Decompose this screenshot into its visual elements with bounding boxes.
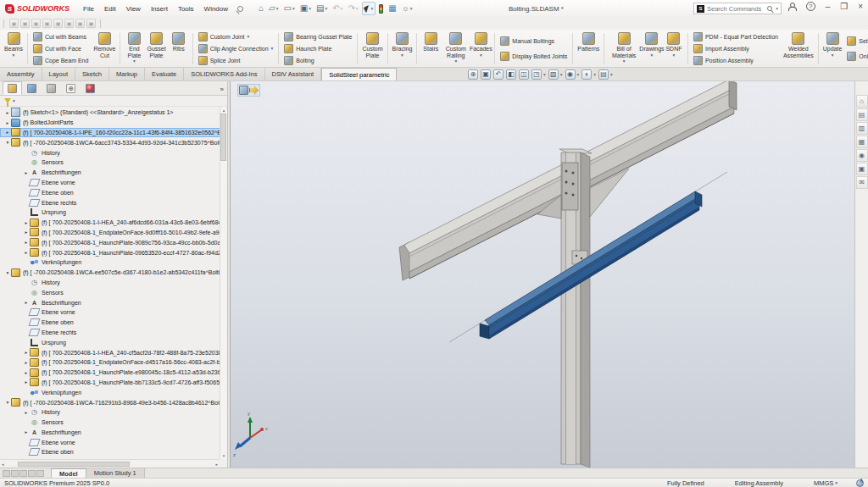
welded-assemblies-button[interactable]: Welded Assemblies bbox=[782, 30, 815, 67]
tree-item[interactable]: ▸(f) [ 700-20250408-1_HaunchPlate-bb7133… bbox=[0, 378, 227, 388]
pin-menu-icon[interactable] bbox=[236, 5, 243, 13]
menu-tools[interactable]: Tools bbox=[173, 3, 199, 14]
search-scope-icon[interactable]: S bbox=[697, 5, 704, 13]
zoom-to-fit-button[interactable]: ⊕ bbox=[468, 69, 478, 80]
tree-item[interactable]: ◎Sensors bbox=[0, 287, 227, 297]
expand-arrow-icon[interactable]: ▾ bbox=[4, 400, 11, 405]
tree-item[interactable]: ▸ABeschriftungen bbox=[0, 168, 227, 178]
search-commands-box[interactable]: S ▾ bbox=[693, 3, 782, 14]
expand-arrow-icon[interactable]: ▸ bbox=[4, 110, 11, 115]
panel-tab-configurationmanager[interactable] bbox=[42, 81, 61, 95]
tree-item[interactable]: Ebene vorne bbox=[0, 437, 227, 447]
viewport-background[interactable] bbox=[231, 81, 854, 468]
home-button[interactable]: ⌂ bbox=[257, 2, 265, 15]
expand-arrow-icon[interactable]: ▸ bbox=[4, 130, 11, 135]
search-icon[interactable] bbox=[767, 6, 772, 11]
view-orientation-button[interactable]: ◳▾ bbox=[531, 69, 546, 80]
tab-solidworks-add-ins[interactable]: SOLIDWORKS Add-Ins bbox=[184, 68, 264, 80]
design-library-icon[interactable]: ▤ bbox=[856, 108, 868, 121]
tree-item[interactable]: ▾(f) [ -700-20250408-1WCA-716291b3-8968-… bbox=[0, 397, 227, 407]
small-toolbar-tool-2-icon[interactable]: ▣ bbox=[20, 19, 30, 28]
tree-item[interactable]: ▸(f) [ 700-20250408-1-I-IPE_160-f20cc22a… bbox=[0, 128, 227, 138]
remove-cut-button[interactable]: Remove Cut bbox=[92, 30, 117, 67]
patterns-button[interactable]: Patterns bbox=[576, 30, 601, 67]
display-bolted-joints-button[interactable]: Display Bolted Joints bbox=[498, 51, 570, 62]
minimize-button[interactable]: – bbox=[826, 3, 831, 11]
small-toolbar-tool-8-icon[interactable]: ▣ bbox=[86, 19, 96, 28]
tree-item[interactable]: ▸(f) [ 700-20250408-1_EndplateOnFace-d45… bbox=[0, 357, 227, 368]
position-assembly-button[interactable]: Position Assembly bbox=[691, 55, 781, 66]
tab-layout[interactable]: Layout bbox=[42, 68, 76, 80]
cut-with-face-button[interactable]: Cut with Face bbox=[31, 43, 91, 54]
tab-evaluate[interactable]: Evaluate bbox=[145, 68, 184, 80]
apply-scene-button[interactable]: ◐▾ bbox=[581, 69, 596, 80]
tree-item[interactable]: Ebene rechts bbox=[0, 197, 227, 208]
settings-button[interactable]: Settings bbox=[844, 36, 868, 47]
expand-arrow-icon[interactable]: ▸ bbox=[23, 220, 30, 225]
view-settings-button[interactable]: ▤▾ bbox=[598, 69, 613, 80]
tab-markup[interactable]: Markup bbox=[109, 68, 145, 80]
stairs-button[interactable]: Stairs bbox=[420, 30, 442, 67]
panel-expand-icon[interactable]: » bbox=[220, 86, 227, 95]
tree-item[interactable]: ▸◷History bbox=[0, 407, 227, 418]
expand-arrow-icon[interactable]: ▸ bbox=[23, 370, 30, 375]
print-button[interactable]: ▤▾ bbox=[314, 2, 329, 15]
panel-tab-featuremanager-design-tree[interactable] bbox=[3, 81, 22, 95]
tree-item[interactable]: Ebene vorne bbox=[0, 307, 227, 318]
tree-hscroll-thumb[interactable] bbox=[18, 462, 130, 467]
ribbon-collapse-icon[interactable]: ∧ bbox=[859, 477, 864, 484]
units-caret-icon[interactable]: ▾ bbox=[835, 480, 837, 485]
tree-item[interactable]: ▸ABeschriftungen bbox=[0, 297, 227, 307]
tree-item[interactable]: ▸(f) Sketch<1> (Standard) <<Standard>_An… bbox=[0, 108, 227, 118]
splice-joint-button[interactable]: Splice Joint bbox=[196, 55, 276, 66]
menu-view[interactable]: View bbox=[121, 3, 146, 14]
new-document-button[interactable]: ▱▾ bbox=[267, 2, 280, 15]
clip-angle-connection-button[interactable]: Clip Angle Connection▾ bbox=[196, 43, 276, 54]
tree-item[interactable]: Ebene oben bbox=[0, 447, 227, 457]
options-button[interactable]: ☼▾ bbox=[400, 2, 415, 15]
file-properties-button[interactable]: ▦ bbox=[387, 2, 398, 15]
zoom-to-area-button[interactable]: ▣ bbox=[481, 69, 491, 80]
dynamic-annotation-views-button[interactable]: ◫ bbox=[519, 69, 529, 80]
expand-arrow-icon[interactable]: ▸ bbox=[23, 360, 30, 365]
haunch-plate-button[interactable]: Haunch Plate bbox=[281, 43, 354, 54]
small-toolbar-tool-5-icon[interactable]: ▣ bbox=[53, 19, 63, 28]
select-button[interactable]: ◤▾ bbox=[362, 2, 376, 15]
small-toolbar-tool-4-icon[interactable]: ▣ bbox=[42, 19, 52, 28]
expand-arrow-icon[interactable]: ▸ bbox=[23, 230, 30, 235]
manual-boltings-button[interactable]: Manual Boltings bbox=[498, 36, 570, 47]
hide-show-items-button[interactable]: ◉▾ bbox=[565, 69, 580, 80]
small-toolbar-tool-7-icon[interactable]: ▣ bbox=[75, 19, 85, 28]
tree-item[interactable]: Ursprung bbox=[0, 208, 227, 218]
pdm-equal-part-detection-button[interactable]: PDM - Equal Part Detection bbox=[691, 31, 781, 42]
sheet-nav-button[interactable] bbox=[28, 470, 36, 477]
menu-file[interactable]: File bbox=[78, 3, 99, 14]
expand-arrow-icon[interactable]: ▸ bbox=[23, 410, 30, 415]
tree-item[interactable]: ▸(f) [ 700-20250408-1-I-HEA_240-cf5acf2d… bbox=[0, 347, 227, 357]
tree-item[interactable]: ◎Sensors bbox=[0, 418, 227, 428]
bottom-tab-model[interactable]: Model bbox=[51, 468, 86, 478]
custom-properties-icon[interactable]: ▣ bbox=[856, 163, 868, 175]
import-assembly-button[interactable]: Import Assembly bbox=[691, 43, 781, 54]
small-toolbar-tool-6-icon[interactable]: ▣ bbox=[64, 19, 74, 28]
online-help-button[interactable]: Online Help bbox=[844, 51, 868, 62]
rebuild-button[interactable] bbox=[377, 2, 385, 15]
tree-horizontal-scrollbar[interactable]: ◂▸ bbox=[0, 459, 220, 468]
cope-beam-end-button[interactable]: Cope Beam End bbox=[31, 55, 91, 66]
display-style-button[interactable]: ▧▾ bbox=[548, 69, 563, 80]
end-plate-button[interactable]: End Plate▾ bbox=[123, 30, 145, 67]
tree-item[interactable]: Verknüpfungen bbox=[0, 387, 227, 397]
panel-tab-dimxpertmanager[interactable]: ⊕ bbox=[61, 81, 81, 95]
solidworks-forum-icon[interactable]: ✉ bbox=[856, 176, 868, 189]
tab-assembly[interactable]: Assembly bbox=[0, 68, 42, 80]
menu-edit[interactable]: Edit bbox=[99, 3, 121, 14]
panel-tab-propertymanager[interactable] bbox=[22, 81, 42, 95]
menu-insert[interactable]: Insert bbox=[146, 3, 173, 14]
previous-view-button[interactable]: ↶ bbox=[493, 69, 504, 80]
tree-item[interactable]: Ebene oben bbox=[0, 318, 227, 328]
save-button[interactable]: ▣▾ bbox=[298, 2, 313, 15]
help-icon[interactable]: ? bbox=[806, 2, 815, 11]
tree-item[interactable]: Ebene rechts bbox=[0, 328, 227, 338]
tree-item[interactable]: Ebene oben bbox=[0, 187, 227, 197]
search-caret-icon[interactable]: ▾ bbox=[776, 6, 778, 11]
